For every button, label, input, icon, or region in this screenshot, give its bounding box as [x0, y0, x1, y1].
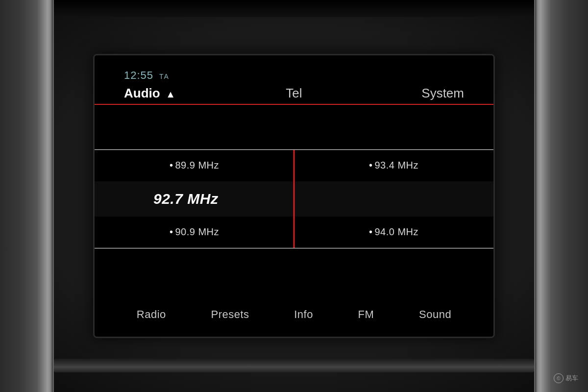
- time-display: 12:55: [124, 69, 153, 82]
- tuner-indicator: [294, 150, 295, 248]
- watermark-circle: ©: [554, 373, 564, 383]
- radio-button[interactable]: Radio: [129, 306, 174, 323]
- nav-arrow: ▲: [163, 89, 175, 99]
- sound-button[interactable]: Sound: [411, 306, 459, 323]
- freq-rows: •89.9 MHz •93.4 MHz 92.7 MHz •90.9 MHz: [95, 150, 493, 248]
- watermark: © 易车: [554, 373, 578, 383]
- time-row: 12:55 TA: [124, 69, 464, 82]
- screen-bezel: 12:55 TA Audio ▲ Tel System: [93, 54, 495, 338]
- ta-badge: TA: [159, 73, 170, 80]
- nav-system[interactable]: System: [351, 86, 464, 101]
- watermark-text: 易车: [565, 374, 578, 383]
- radio-area: •89.9 MHz •93.4 MHz 92.7 MHz •90.9 MHz: [95, 105, 493, 293]
- nav-row: Audio ▲ Tel System: [124, 86, 464, 104]
- top-dark-bar: [54, 0, 534, 17]
- freq-cell-89: •89.9 MHz: [95, 160, 294, 171]
- side-trim-right: [534, 0, 588, 392]
- freq-cell-94: •94.0 MHz: [294, 226, 493, 238]
- dot-90: •: [170, 226, 173, 237]
- top-section: 12:55 TA Audio ▲ Tel System: [95, 55, 493, 104]
- screen: 12:55 TA Audio ▲ Tel System: [95, 55, 493, 337]
- white-line-bottom: [95, 248, 493, 248]
- side-trim-left: [0, 0, 54, 392]
- nav-audio[interactable]: Audio ▲: [124, 86, 237, 101]
- presets-button[interactable]: Presets: [203, 306, 257, 323]
- freq-cell-90: •90.9 MHz: [95, 226, 294, 238]
- dot-89: •: [170, 160, 173, 171]
- bottom-strip: [54, 359, 534, 372]
- car-frame: 12:55 TA Audio ▲ Tel System: [0, 0, 588, 392]
- dot-94: •: [369, 226, 373, 237]
- bottom-buttons: Radio Presets Info FM Sound: [95, 293, 493, 337]
- freq-cell-93: •93.4 MHz: [294, 160, 493, 171]
- info-button[interactable]: Info: [286, 306, 321, 323]
- fm-button[interactable]: FM: [350, 306, 382, 323]
- dot-93: •: [369, 160, 373, 171]
- nav-tel[interactable]: Tel: [237, 86, 350, 101]
